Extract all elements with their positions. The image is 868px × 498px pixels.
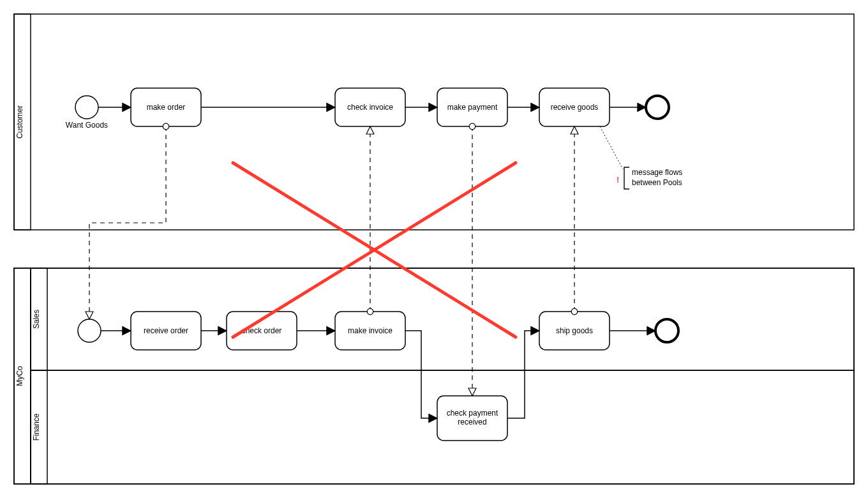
task-make-order-label: make order (147, 103, 186, 112)
task-ship-goods: ship goods (539, 312, 610, 350)
pool-myco-label: MyCo (15, 366, 24, 386)
annotation-text-1: message flows (632, 168, 682, 177)
task-receive-order-label: receive order (144, 326, 188, 335)
task-check-payment-received-label-2: received (458, 418, 486, 426)
error-cross-icon (233, 163, 516, 337)
task-make-order: make order (131, 88, 201, 126)
svg-point-15 (78, 319, 101, 342)
lane-sales-label: Sales (32, 310, 41, 329)
task-check-order: check order (227, 312, 297, 350)
end-event-myco (655, 319, 678, 342)
start-event-myco (78, 319, 101, 342)
start-event-want-goods: Want Goods (66, 96, 108, 130)
task-make-payment-label: make payment (447, 103, 498, 112)
pool-myco: MyCo (14, 268, 854, 484)
task-check-invoice: check invoice (335, 88, 405, 126)
end-event-customer (646, 96, 669, 119)
lane-finance-label: Finance (32, 413, 41, 441)
task-make-invoice: make invoice (335, 312, 405, 350)
task-make-payment: make payment (437, 88, 507, 126)
task-receive-goods-label: receive goods (551, 103, 599, 112)
text-annotation: ! message flows between Pools (600, 126, 682, 189)
seq-flow (507, 331, 539, 418)
svg-point-3 (75, 96, 98, 119)
svg-rect-9 (14, 268, 854, 484)
seq-flow (405, 331, 437, 418)
task-check-payment-received: check payment received (437, 396, 507, 441)
task-receive-order: receive order (131, 312, 201, 350)
annotation-marker: ! (617, 176, 619, 185)
task-receive-goods: receive goods (539, 88, 610, 126)
task-make-invoice-label: make invoice (348, 326, 393, 335)
svg-point-8 (646, 96, 669, 119)
start-event-label: Want Goods (66, 121, 108, 130)
msg-flow-order (89, 126, 166, 319)
task-check-invoice-label: check invoice (347, 103, 393, 112)
task-check-payment-received-label-1: check payment (447, 409, 498, 418)
task-ship-goods-label: ship goods (556, 326, 593, 335)
annotation-text-2: between Pools (632, 178, 682, 187)
svg-point-21 (655, 319, 678, 342)
pool-customer-label: Customer (15, 105, 24, 139)
